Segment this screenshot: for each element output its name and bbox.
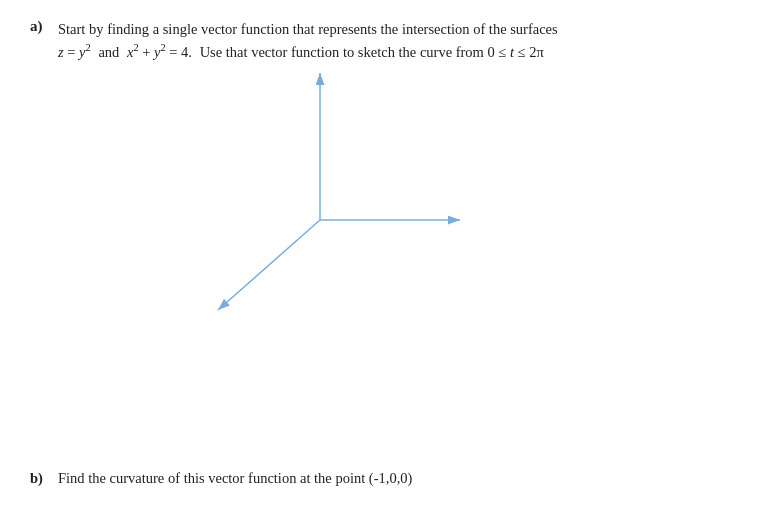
- axes-container: [190, 55, 530, 345]
- page-container: a) Start by finding a single vector func…: [0, 0, 783, 515]
- label-a: a): [30, 18, 58, 64]
- and-text: and: [98, 44, 119, 60]
- label-b: b): [30, 470, 58, 487]
- problem-b: b) Find the curvature of this vector fun…: [30, 470, 412, 487]
- axes-svg: [190, 55, 530, 345]
- z-eq-y2: z = y2: [58, 44, 91, 60]
- z-axis: [218, 220, 320, 310]
- problem-b-text: Find the curvature of this vector functi…: [58, 470, 412, 487]
- circle-eq: x2 + y2 = 4.: [127, 44, 192, 60]
- problem-a-line1: Start by finding a single vector functio…: [58, 18, 558, 40]
